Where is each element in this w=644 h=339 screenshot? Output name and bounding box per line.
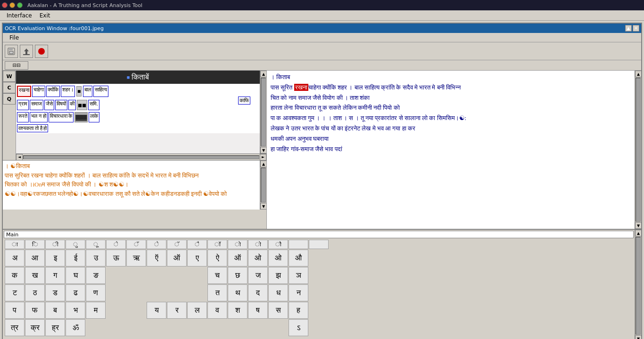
word-box-gram[interactable]: ग्राम — [17, 100, 29, 110]
text-vscrollbar[interactable]: ▲ ▼ — [635, 71, 641, 229]
menu-interface[interactable]: Interface — [3, 11, 36, 20]
kb-key-ddha[interactable]: ढ — [66, 284, 85, 301]
kb-key-u-matra[interactable]: ु — [66, 240, 85, 249]
kb-key-oo2-matra[interactable]: ो — [248, 240, 268, 249]
kb-key-ttha[interactable]: ठ — [25, 284, 45, 301]
kb-key-dha[interactable]: ध — [268, 284, 288, 301]
scroll-right-arrow[interactable]: ► — [260, 154, 266, 161]
kb-scroll-up[interactable]: ▲ — [635, 230, 641, 236]
restore-button[interactable]: ▲ — [625, 25, 632, 32]
word-box-laake[interactable]: लाके — [89, 112, 99, 122]
kb-key-au-matra[interactable]: ौ — [268, 240, 288, 249]
kb-key-ii-matra[interactable]: ी — [45, 240, 65, 249]
maximize-button[interactable] — [17, 2, 23, 8]
kb-key-e2-matra[interactable]: े — [147, 240, 166, 249]
kb-key-ma[interactable]: म — [86, 302, 106, 319]
kb-key-aa[interactable]: आ — [25, 250, 45, 266]
save-button[interactable] — [5, 45, 18, 58]
scroll-left-arrow[interactable]: ◄ — [16, 154, 23, 161]
kb-key-ha[interactable]: ह — [289, 302, 308, 319]
kb-key-i[interactable]: इ — [45, 250, 65, 266]
kb-key-na[interactable]: न — [289, 284, 308, 301]
kb-key-au[interactable]: औ — [289, 250, 308, 266]
word-box-vichar[interactable]: विचारधारा के — [49, 112, 74, 122]
kb-key-oo2[interactable]: ओ — [268, 250, 288, 266]
kb-key-ta[interactable]: त — [207, 284, 227, 301]
inner-close-button[interactable]: ✕ — [633, 25, 639, 32]
kb-key-la[interactable]: ल — [187, 302, 207, 319]
kb-key-bha[interactable]: भ — [66, 302, 85, 319]
word-box-vishay[interactable]: विषयों — [55, 100, 67, 110]
kb-key-e-matra[interactable]: े — [106, 240, 126, 249]
kb-key-da[interactable]: द — [248, 284, 268, 301]
kb-key-ka[interactable]: क — [5, 267, 25, 284]
word-box-jaise[interactable]: जैसे — [44, 100, 54, 110]
kb-key-uu-matra[interactable]: ू — [86, 240, 106, 249]
word-box-sami[interactable]: समि. — [88, 100, 99, 110]
kb-key-i-matra[interactable]: ि — [25, 240, 45, 249]
image-hscrollbar[interactable]: ◄ ► — [16, 153, 266, 160]
kb-key-kha[interactable]: ख — [25, 267, 45, 284]
kb-key-ai[interactable]: ऐ — [207, 250, 227, 266]
hscroll-track[interactable] — [23, 155, 259, 159]
kb-key-hra[interactable]: ह्र — [45, 319, 65, 336]
kb-key-ra[interactable]: र — [167, 302, 187, 319]
text-scroll-down[interactable]: ▼ — [635, 222, 641, 229]
kb-key-aa-matra[interactable]: ा — [5, 240, 25, 249]
scroll-down-arrow[interactable]: ▼ — [260, 147, 266, 153]
kb-key-ai-matra[interactable]: ै — [187, 240, 207, 249]
kb-key-ae[interactable]: ऍ — [147, 250, 166, 266]
word-box-chahega[interactable]: चाहेगा — [32, 86, 45, 97]
kb-vscroll-track[interactable] — [636, 237, 641, 335]
kb-key-pha[interactable]: फ — [25, 302, 45, 319]
kb-key-ii[interactable]: ई — [66, 250, 85, 266]
kb-key-o[interactable]: ऑ — [228, 250, 248, 266]
kb-key-ga[interactable]: ग — [45, 267, 65, 284]
kb-key-sa[interactable]: स — [268, 302, 288, 319]
sub-tool-btn[interactable]: ⊟⊟ — [5, 61, 28, 70]
kb-key-tha[interactable]: थ — [228, 284, 248, 301]
text-scroll-up[interactable]: ▲ — [635, 71, 641, 77]
kb-key-ri[interactable]: ऋ — [126, 250, 146, 266]
q-button[interactable]: Q — [3, 93, 16, 105]
kb-key-ya[interactable]: य — [147, 302, 166, 319]
kb-key-jha[interactable]: झ — [268, 267, 288, 284]
kb-key-ja[interactable]: ज — [248, 267, 268, 284]
kb-key-sha[interactable]: श — [228, 302, 248, 319]
word-box-shahar[interactable]: शहर। — [61, 86, 75, 97]
kb-key-a[interactable]: अ — [5, 250, 25, 266]
kb-key-cha[interactable]: छ — [228, 267, 248, 284]
word-box-sahitya[interactable]: साहित्य — [93, 86, 108, 97]
word-box-vash[interactable]: वश्यकता तो है हो — [17, 124, 48, 132]
vscroll-track[interactable] — [261, 78, 266, 146]
kb-key-oo[interactable]: ओ — [248, 250, 268, 266]
kb-scroll-down[interactable]: ▼ — [635, 335, 641, 339]
kb-key-avagraha[interactable]: ऽ — [289, 319, 308, 336]
word-box-rakhna[interactable]: रखना — [17, 86, 31, 97]
kb-key-ssa[interactable]: ष — [248, 302, 268, 319]
kb-key-u[interactable]: उ — [86, 250, 106, 266]
kb-key-oe-matra[interactable]: ॅ — [167, 240, 187, 249]
minimize-button[interactable] — [9, 2, 15, 8]
kb-key-tta[interactable]: ट — [5, 284, 25, 301]
w-button[interactable]: W — [3, 71, 16, 82]
word-box-rurate[interactable]: रूरते — [17, 112, 29, 122]
scroll-up-arrow[interactable]: ▲ — [260, 71, 266, 77]
kb-key-va[interactable]: व — [207, 302, 227, 319]
kb-key-ca[interactable]: च — [207, 267, 227, 284]
kb-key-oo-matra[interactable]: ो — [228, 240, 248, 249]
kb-key-kra[interactable]: क्र — [25, 319, 45, 336]
word-box-kyonki[interactable]: क्योंकि — [46, 86, 60, 97]
close-button[interactable] — [2, 2, 8, 8]
word-box-samaj[interactable]: समाज — [30, 100, 43, 110]
kb-key-ba[interactable]: ब — [45, 302, 65, 319]
kb-key-e[interactable]: ए — [187, 250, 207, 266]
ocr-scroll-down[interactable]: ▼ — [260, 203, 266, 210]
file-menu[interactable]: File — [6, 33, 23, 42]
ocr-vscroll-track[interactable] — [261, 168, 266, 202]
upload-button[interactable] — [20, 45, 33, 58]
kb-key-tra[interactable]: त्र — [5, 319, 25, 336]
kb-key-o-matra[interactable]: ॉ — [207, 240, 227, 249]
word-box-kaafi[interactable]: काफि — [238, 97, 250, 105]
kb-key-oe[interactable]: ऑ — [167, 250, 187, 266]
